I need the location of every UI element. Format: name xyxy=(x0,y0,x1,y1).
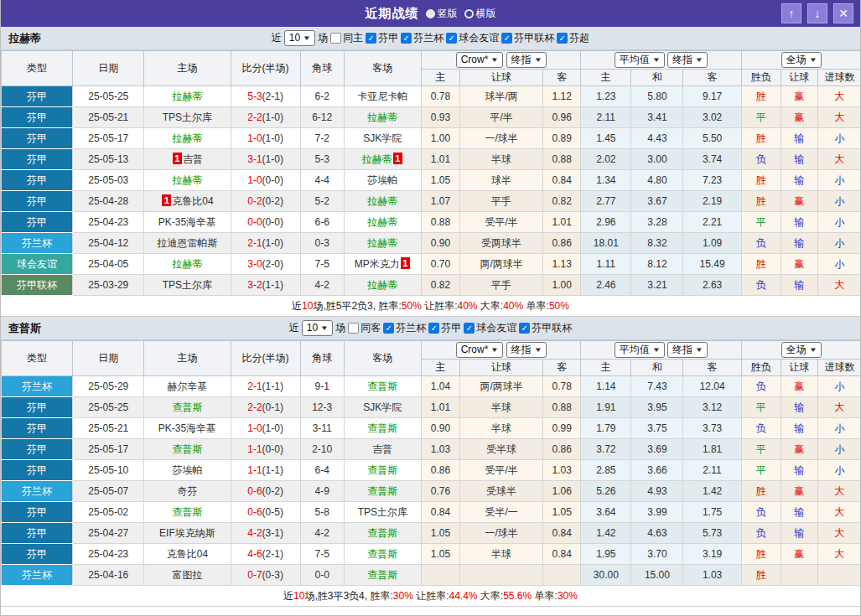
team-label: 查普斯 xyxy=(172,506,202,518)
away-team: 查普斯 xyxy=(344,523,421,544)
league-type-cell: 芬甲 xyxy=(2,107,73,128)
odds-away: 0.99 xyxy=(543,418,581,439)
result-wdl-value: 胜 xyxy=(756,132,766,144)
titlebar-center: 近期战绩 竖版 横版 xyxy=(1,6,860,22)
same-venue-checkbox[interactable]: 同主 xyxy=(330,31,363,45)
half-time-score: (0-2) xyxy=(262,195,283,207)
away-team: MP米克力1 xyxy=(344,254,421,275)
team-name: 查普斯 xyxy=(1,321,41,336)
league-filter-checkbox[interactable]: ✓芬兰杯 xyxy=(401,31,443,45)
sub-column-header: 主 xyxy=(581,360,631,376)
team-label: 奇芬 xyxy=(177,485,197,497)
avg-stage-select[interactable]: 终指▼ xyxy=(667,52,708,68)
team-label: 莎埃帕 xyxy=(367,174,397,186)
league-filter-checkbox[interactable]: ✓芬超 xyxy=(557,31,589,45)
odds-stage-select[interactable]: 终指▼ xyxy=(506,52,547,68)
avg-draw-odds: 15.00 xyxy=(631,565,683,586)
half-time-score: (0-2) xyxy=(262,485,283,497)
league-filter-checkbox[interactable]: ✓芬甲联杯 xyxy=(501,31,554,45)
result-goals: 小 xyxy=(817,418,861,439)
league-filter-checkbox[interactable]: ✓球会友谊 xyxy=(464,321,516,335)
half-time-score: (1-0) xyxy=(262,132,283,144)
result-wdl: 平 xyxy=(741,439,781,460)
league-filter-checkbox[interactable]: ✓芬甲联杯 xyxy=(519,321,572,335)
avg-home-odds: 1.34 xyxy=(581,170,631,191)
odds-home: 1.00 xyxy=(421,128,459,149)
move-down-button[interactable]: ↓ xyxy=(807,3,827,23)
league-filter-checkbox[interactable]: ✓芬兰杯 xyxy=(383,321,426,335)
results-table: 类型日期主场比分(半场)角球客场Crow*▼ 终指▼平均值▼ 终指▼全场▼主让球… xyxy=(1,340,861,586)
checked-checkbox-icon: ✓ xyxy=(557,33,568,44)
corner-count: 5-3 xyxy=(300,149,344,170)
avg-away-odds: 3.12 xyxy=(683,397,741,418)
result-goals-value: 小 xyxy=(834,237,844,249)
odds-home: 1.03 xyxy=(421,439,459,460)
avg-draw-odds: 3.95 xyxy=(631,397,683,418)
odds-away: 0.84 xyxy=(543,170,581,191)
team-label: PK-35海辛基 xyxy=(158,422,216,434)
result-goals-value: 大 xyxy=(834,111,844,123)
corner-count: 0-3 xyxy=(300,233,344,254)
close-button[interactable]: ✕ xyxy=(833,3,853,23)
result-handicap: 赢 xyxy=(781,107,817,128)
sub-column-header: 让球 xyxy=(781,70,817,86)
league-filter-checkbox-label: 芬甲 xyxy=(378,31,398,45)
league-filter-checkbox[interactable]: ✓芬甲 xyxy=(366,31,398,45)
chevron-down-icon: ▼ xyxy=(809,54,817,66)
team-label: 卡亚尼卡帕 xyxy=(357,91,407,102)
sub-column-header: 胜负 xyxy=(741,360,781,376)
odds-away: 0.84 xyxy=(543,544,581,565)
near-label: 近 xyxy=(272,31,282,45)
layout-radio-horizontal[interactable]: 横版 xyxy=(464,7,496,21)
sub-column-header: 主 xyxy=(581,70,631,86)
avg-stage-select[interactable]: 终指▼ xyxy=(667,342,708,358)
league-type-cell: 芬甲 xyxy=(2,191,73,212)
handicap-line: 一/球半 xyxy=(460,523,543,544)
match-date: 25-04-12 xyxy=(73,233,144,254)
match-row: 芬甲25-05-25查普斯2-2(0-1)12-3SJK学院1.01半球0.88… xyxy=(2,397,861,418)
full-time-score: 2-1 xyxy=(247,237,262,249)
league-type-cell: 芬甲 xyxy=(2,460,73,481)
matches-count-select[interactable]: 10▼ xyxy=(302,320,333,336)
avg-source-select[interactable]: 平均值▼ xyxy=(615,342,665,358)
result-handicap-value: 赢 xyxy=(794,443,804,455)
league-filter-checkbox[interactable]: ✓芬甲 xyxy=(428,321,461,335)
half-time-score: (3-1) xyxy=(262,527,283,539)
handicap-line: 平手 xyxy=(460,275,543,296)
odds-home: 0.86 xyxy=(421,460,459,481)
scope-select-value: 全场 xyxy=(786,344,807,356)
team-label: 吉普 xyxy=(183,153,203,165)
odds-source-select[interactable]: Crow*▼ xyxy=(456,52,504,68)
team-label: 拉赫蒂 xyxy=(367,195,397,207)
result-handicap: 输 xyxy=(781,460,817,481)
matches-count-select[interactable]: 10▼ xyxy=(284,30,315,46)
score-cell: 2-2(1-0) xyxy=(231,107,300,128)
avg-draw-odds: 7.43 xyxy=(631,376,683,397)
score-cell: 0-7(0-3) xyxy=(231,565,300,586)
avg-source-select[interactable]: 平均值▼ xyxy=(615,52,665,68)
sub-column-header: 客 xyxy=(543,70,581,86)
layout-radio-vertical[interactable]: 竖版 xyxy=(426,7,458,21)
handicap-line xyxy=(460,565,543,586)
odds-stage-select[interactable]: 终指▼ xyxy=(506,342,547,358)
match-row: 芬兰杯25-04-16富图拉0-7(0-3)0-0查普斯30.0015.001.… xyxy=(2,565,861,586)
odds-home: 1.05 xyxy=(421,523,459,544)
avg-draw-odds: 3.00 xyxy=(631,149,683,170)
avg-away-odds: 3.02 xyxy=(683,107,741,128)
avg-away-odds: 5.73 xyxy=(683,523,741,544)
scope-select[interactable]: 全场▼ xyxy=(781,52,822,68)
column-header: 日期 xyxy=(73,341,144,376)
results-table: 类型日期主场比分(半场)角球客场Crow*▼ 终指▼平均值▼ 终指▼全场▼主让球… xyxy=(1,50,861,296)
team-label: 查普斯 xyxy=(367,548,397,560)
scope-select[interactable]: 全场▼ xyxy=(781,342,822,358)
league-filter-checkbox[interactable]: ✓球会友谊 xyxy=(446,31,499,45)
odds-source-select[interactable]: Crow*▼ xyxy=(456,342,504,358)
score-cell: 1-1(0-0) xyxy=(231,439,300,460)
avg-away-odds: 5.50 xyxy=(683,128,741,149)
result-wdl: 胜 xyxy=(741,191,781,212)
move-up-button[interactable]: ↑ xyxy=(781,3,801,23)
same-venue-checkbox[interactable]: 同客 xyxy=(348,321,381,335)
avg-home-odds: 18.01 xyxy=(581,233,631,254)
sub-column-header: 让球 xyxy=(460,70,543,86)
score-cell: 3-0(2-0) xyxy=(231,254,300,275)
